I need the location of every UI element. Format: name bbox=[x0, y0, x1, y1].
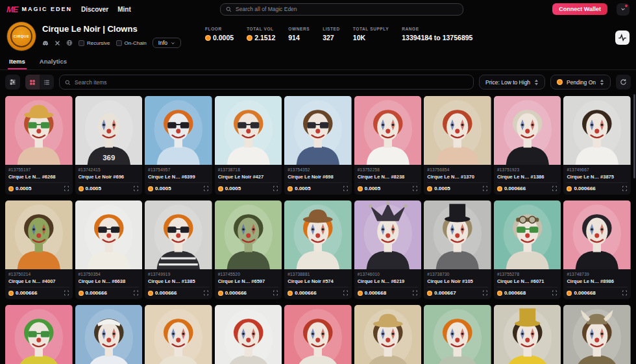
nft-card[interactable] bbox=[563, 305, 631, 364]
recursive-checkbox[interactable] bbox=[79, 40, 84, 46]
nft-card-image[interactable] bbox=[75, 200, 143, 269]
nft-card-image[interactable] bbox=[75, 305, 143, 364]
list-view-button[interactable] bbox=[40, 75, 54, 90]
scan-expand-icon[interactable] bbox=[273, 186, 278, 191]
nft-card[interactable]: 369 #13742415 Cirque Le Noir #696 0.0005 bbox=[75, 96, 143, 195]
nft-card-image[interactable]: 369 bbox=[75, 96, 143, 165]
items-search[interactable] bbox=[59, 75, 474, 90]
scan-expand-icon[interactable] bbox=[133, 186, 139, 191]
scan-expand-icon[interactable] bbox=[64, 186, 69, 191]
nft-card-image[interactable] bbox=[5, 200, 73, 269]
nav-link-discover[interactable]: Discover bbox=[81, 6, 108, 13]
nft-card[interactable]: #13754352 Cirque Le Noir #698 0.0005 bbox=[284, 96, 352, 195]
global-search[interactable] bbox=[220, 3, 463, 16]
nft-card-image[interactable] bbox=[5, 305, 73, 364]
nft-card-image[interactable] bbox=[145, 200, 212, 269]
nft-card[interactable] bbox=[5, 305, 73, 364]
nft-card-image[interactable] bbox=[215, 305, 282, 364]
nft-card-image[interactable] bbox=[145, 305, 212, 364]
scan-expand-icon[interactable] bbox=[133, 290, 139, 296]
nft-card-image[interactable] bbox=[215, 200, 282, 269]
nft-card-image[interactable] bbox=[354, 200, 422, 269]
scan-expand-icon[interactable] bbox=[622, 290, 628, 296]
scan-expand-icon[interactable] bbox=[482, 186, 488, 191]
items-search-input[interactable] bbox=[75, 79, 468, 86]
nft-card[interactable]: #13752258 Cirque Le N… #8238 0.0005 bbox=[354, 96, 422, 195]
scan-expand-icon[interactable] bbox=[343, 186, 349, 191]
nft-card[interactable]: #13755197 Cirque Le N… #6268 0.0005 bbox=[5, 96, 73, 195]
nft-card-image[interactable] bbox=[284, 200, 352, 269]
global-search-input[interactable] bbox=[236, 6, 458, 12]
nft-card[interactable] bbox=[145, 305, 212, 364]
scan-expand-icon[interactable] bbox=[273, 290, 278, 296]
refresh-button[interactable] bbox=[616, 75, 631, 90]
nft-card-image[interactable] bbox=[354, 305, 422, 364]
nft-card[interactable]: #13745520 Cirque Le N… #6597 0.000666 bbox=[215, 200, 282, 299]
nft-card-image[interactable] bbox=[563, 305, 631, 364]
nft-card[interactable]: #13738881 Cirque Le Noir #574 0.000666 bbox=[284, 200, 352, 299]
scrollbar-thumb[interactable] bbox=[633, 94, 635, 178]
nft-card-image[interactable] bbox=[284, 96, 352, 165]
info-dropdown[interactable]: Info bbox=[153, 38, 181, 48]
nft-card-image[interactable] bbox=[424, 200, 491, 269]
nft-card[interactable]: #13750354 Cirque Le N… #6638 0.000666 bbox=[75, 200, 143, 299]
tab-analytics[interactable]: Analytics bbox=[38, 54, 68, 69]
nft-card-image[interactable] bbox=[494, 200, 561, 269]
x-twitter-icon[interactable] bbox=[55, 40, 60, 46]
activity-toggle-button[interactable] bbox=[615, 30, 630, 45]
nft-card-image[interactable] bbox=[563, 96, 631, 165]
nft-card-image[interactable] bbox=[354, 96, 422, 165]
nft-card[interactable]: #13749919 Cirque Le N… #1385 0.000666 bbox=[145, 200, 212, 299]
connect-wallet-button[interactable]: Connect Wallet bbox=[552, 3, 607, 15]
scan-expand-icon[interactable] bbox=[343, 290, 349, 296]
nft-card[interactable]: #13756854 Cirque Le N… #1370 0.0005 bbox=[424, 96, 491, 195]
nft-card-image[interactable] bbox=[5, 96, 73, 165]
nft-card[interactable]: #13750214 Cirque Le N… #4007 0.000666 bbox=[5, 200, 73, 299]
scan-expand-icon[interactable] bbox=[203, 186, 209, 191]
nft-card-image[interactable] bbox=[494, 305, 561, 364]
nft-card[interactable]: #13749667 Cirque Le N… #3875 0.000666 bbox=[563, 96, 631, 195]
tab-items[interactable]: Items bbox=[8, 54, 27, 69]
discord-icon[interactable] bbox=[42, 40, 49, 46]
nav-link-mint[interactable]: Mint bbox=[117, 6, 131, 13]
nft-card[interactable] bbox=[75, 305, 143, 364]
nft-card-image[interactable] bbox=[284, 305, 352, 364]
nft-card[interactable]: #13738730 Cirque Le Noir #105 0.000667 bbox=[424, 200, 491, 299]
nft-card-image[interactable] bbox=[145, 96, 212, 165]
nft-card[interactable]: #13746010 Cirque Le N… #6219 0.000668 bbox=[354, 200, 422, 299]
nft-card[interactable] bbox=[354, 305, 422, 364]
nft-card[interactable]: #13751923 Cirque Le N… #1386 0.000666 bbox=[494, 96, 561, 195]
onchain-checkbox-group[interactable]: On-Chain bbox=[116, 40, 147, 46]
scan-expand-icon[interactable] bbox=[64, 290, 69, 296]
nft-card-image[interactable] bbox=[424, 96, 491, 165]
globe-icon[interactable] bbox=[66, 40, 73, 46]
nft-card[interactable] bbox=[284, 305, 352, 364]
collection-avatar[interactable]: CIRQUE bbox=[6, 21, 36, 51]
scan-expand-icon[interactable] bbox=[412, 290, 418, 296]
sort-dropdown[interactable]: Price: Low to High bbox=[479, 75, 545, 90]
scan-expand-icon[interactable] bbox=[552, 290, 557, 296]
grid-view-button[interactable] bbox=[25, 75, 40, 90]
nft-card[interactable]: #13748739 Cirque Le N… #8986 0.000668 bbox=[563, 200, 631, 299]
nft-card-image[interactable] bbox=[215, 96, 282, 165]
wallet-menu-button[interactable] bbox=[617, 3, 630, 16]
scan-expand-icon[interactable] bbox=[203, 290, 209, 296]
pending-dropdown[interactable]: Pending On bbox=[550, 75, 611, 90]
nft-card[interactable]: #13738718 Cirque Le Noir #427 0.0005 bbox=[215, 96, 282, 195]
recursive-checkbox-group[interactable]: Recursive bbox=[79, 40, 110, 46]
filter-button[interactable] bbox=[5, 75, 20, 90]
nft-card[interactable] bbox=[424, 305, 491, 364]
onchain-checkbox[interactable] bbox=[116, 40, 122, 46]
nft-card-image[interactable] bbox=[494, 96, 561, 165]
nft-card[interactable]: #13754957 Cirque Le N… #6399 0.0005 bbox=[145, 96, 212, 195]
scan-expand-icon[interactable] bbox=[552, 186, 557, 191]
nft-card-image[interactable] bbox=[563, 200, 631, 269]
scan-expand-icon[interactable] bbox=[412, 186, 418, 191]
nft-card[interactable] bbox=[494, 305, 561, 364]
scan-expand-icon[interactable] bbox=[482, 290, 488, 296]
nft-card[interactable]: #13755278 Cirque Le N… #6071 0.000668 bbox=[494, 200, 561, 299]
magic-eden-logo[interactable]: ME MAGIC EDEN bbox=[6, 5, 72, 14]
nft-card[interactable] bbox=[215, 305, 282, 364]
scan-expand-icon[interactable] bbox=[622, 186, 628, 191]
nft-card-image[interactable] bbox=[424, 305, 491, 364]
